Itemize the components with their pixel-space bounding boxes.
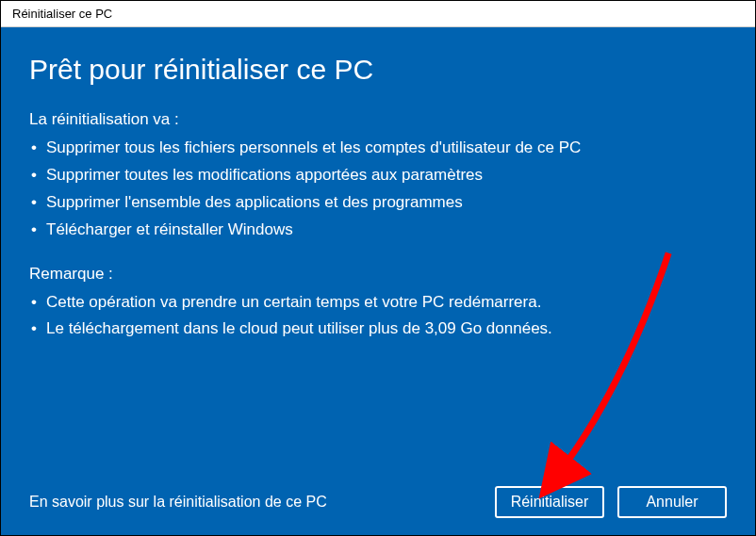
dialog-footer: En savoir plus sur la réinitialisation d… (29, 486, 727, 518)
remarks-intro: Remarque : (29, 265, 727, 284)
reset-button[interactable]: Réinitialiser (495, 486, 604, 518)
list-item: Cette opération va prendre un certain te… (29, 289, 727, 317)
list-item: Supprimer toutes les modifications appor… (29, 162, 727, 189)
dialog-content: Prêt pour réinitialiser ce PC La réiniti… (1, 27, 755, 535)
section-remarks: Remarque : Cette opération va prendre un… (29, 265, 727, 365)
reset-actions-list: Supprimer tous les fichiers personnels e… (29, 135, 727, 244)
window-title: Réinitialiser ce PC (12, 7, 112, 21)
section-reset-actions: La réinitialisation va : Supprimer tous … (29, 110, 727, 265)
titlebar: Réinitialiser ce PC (1, 1, 755, 27)
list-item: Le téléchargement dans le cloud peut uti… (29, 316, 727, 343)
list-item: Supprimer tous les fichiers personnels e… (29, 135, 727, 162)
remarks-list: Cette opération va prendre un certain te… (29, 289, 727, 344)
list-item: Télécharger et réinstaller Windows (29, 217, 727, 244)
button-row: Réinitialiser Annuler (495, 486, 727, 518)
cancel-button[interactable]: Annuler (617, 486, 727, 518)
page-heading: Prêt pour réinitialiser ce PC (29, 54, 727, 86)
reset-pc-dialog: Réinitialiser ce PC Prêt pour réinitiali… (0, 0, 756, 536)
reset-actions-intro: La réinitialisation va : (29, 110, 727, 129)
list-item: Supprimer l'ensemble des applications et… (29, 189, 727, 217)
learn-more-link[interactable]: En savoir plus sur la réinitialisation d… (29, 494, 327, 511)
